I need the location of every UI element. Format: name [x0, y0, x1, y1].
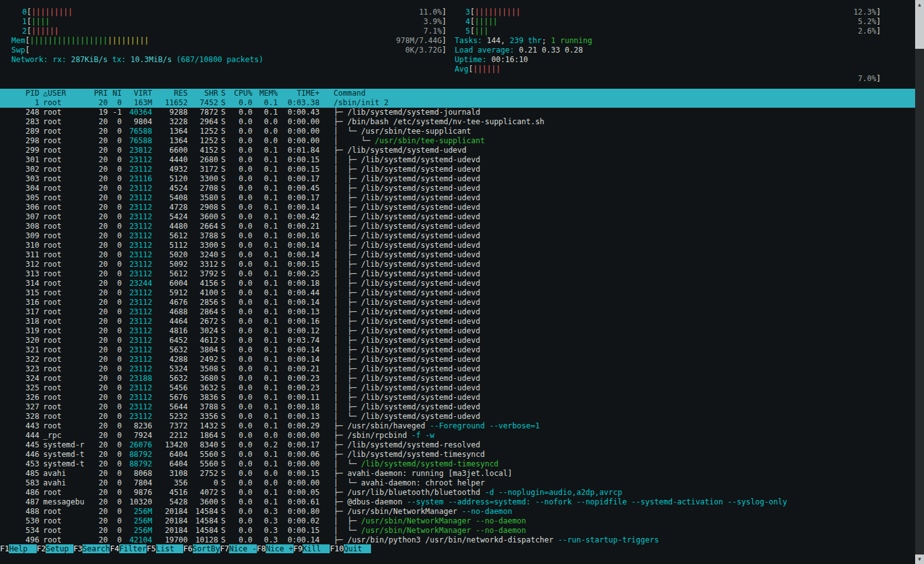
process-row-323[interactable]: 323root2002311253243508S0.00.10:00.21│ ├…: [0, 364, 915, 374]
process-row-486[interactable]: 486root200987645164072S0.00.10:00.05├─ /…: [0, 488, 915, 497]
column-header-pri[interactable]: PRI: [90, 89, 108, 98]
scrollbar-up-icon[interactable]: ▲: [915, 0, 924, 10]
cell-ni: 0: [108, 98, 122, 108]
process-row-583[interactable]: 583avahi20078043560S0.00.00:00.00│ └─ av…: [0, 478, 915, 488]
cell-virt: 23112: [122, 222, 152, 231]
fkey-sortby[interactable]: F6SortBy: [183, 544, 220, 554]
process-row-326[interactable]: 326root2002311256763836S0.00.10:00.11│ ├…: [0, 393, 915, 402]
cell-user: root: [39, 393, 90, 402]
scrollbar-thumb[interactable]: [915, 10, 924, 49]
column-header-mem[interactable]: MEM%: [252, 89, 278, 98]
fkey-label: Nice +: [266, 544, 293, 553]
process-row-289[interactable]: 289root2007658813641252S0.00.00:00.00│ └…: [0, 127, 915, 136]
process-row-314[interactable]: 314root2002324460044156S0.00.10:00.18│ ├…: [0, 279, 915, 288]
scrollbar-down-icon[interactable]: ▼: [915, 554, 924, 564]
process-row-328[interactable]: 328root2002311252323356S0.00.10:00.13│ └…: [0, 412, 915, 421]
process-row-312[interactable]: 312root2002311250923312S0.00.10:00.15│ ├…: [0, 260, 915, 269]
meter-bracket: [: [27, 8, 31, 17]
process-row-309[interactable]: 309root2002311256123788S0.00.10:00.16│ ├…: [0, 231, 915, 241]
process-row-303[interactable]: 303root2002311651203300S0.00.10:00.17│ ├…: [0, 174, 915, 184]
column-header-shr[interactable]: SHR: [188, 89, 218, 98]
fkey-quit[interactable]: F10Quit: [330, 544, 371, 554]
cell-pri: 20: [90, 440, 108, 450]
process-row-313[interactable]: 313root2002311256123792S0.00.10:00.25│ ├…: [0, 269, 915, 279]
cell-virt: 23188: [122, 374, 152, 383]
process-row-325[interactable]: 325root2002311254563632S0.00.10:00.23│ ├…: [0, 383, 915, 393]
process-row-301[interactable]: 301root2002311244402680S0.00.10:00.15│ ├…: [0, 155, 915, 165]
fkey-filter[interactable]: F4Filter: [110, 544, 146, 554]
process-row-322[interactable]: 322root2002311242882492S0.00.10:00.14│ ├…: [0, 355, 915, 364]
process-row-487[interactable]: 487messagebu2001032054283600S0.00.10:00.…: [0, 497, 915, 507]
meter-bar-segment: ||||||: [31, 27, 58, 35]
process-row-307[interactable]: 307root2002311254243600S0.00.10:00.42│ ├…: [0, 212, 915, 222]
fkey-help[interactable]: F1Help: [0, 544, 37, 554]
command-text: avahi-daemon: chroot helper: [361, 478, 485, 487]
meter-bars: ||||||||||||||||||||||||||: [30, 36, 396, 46]
cell-state: S: [218, 117, 228, 127]
process-row-248[interactable]: 248root19-14036492887872S0.00.10:00.43├─…: [0, 108, 915, 117]
process-row-320[interactable]: 320root2002311264524612S0.00.10:03.74│ ├…: [0, 336, 915, 345]
column-header-pid[interactable]: PID: [0, 89, 39, 98]
process-row-315[interactable]: 315root2002311259124100S0.00.10:00.44│ ├…: [0, 288, 915, 298]
cell-state: S: [218, 212, 228, 222]
meter-bracket: [: [470, 8, 474, 17]
process-row-534[interactable]: 534root200256M2018414584S0.00.30:00.15│ …: [0, 526, 915, 535]
process-row-485[interactable]: 485avahi200806831082752S0.00.00:00.15├─ …: [0, 469, 915, 478]
column-header-virt[interactable]: VIRT: [122, 89, 152, 98]
process-row-299[interactable]: 299root2002381266004152S0.00.10:01.84├─ …: [0, 146, 915, 155]
fkey-nice-[interactable]: F7Nice -: [220, 544, 257, 554]
cell-state: S: [218, 165, 228, 174]
meter-bars: ||||||: [473, 65, 881, 74]
cell-ni: 0: [108, 317, 122, 326]
process-row-446[interactable]: 446systemd-t2008879264045560S0.00.10:00.…: [0, 450, 915, 459]
fkey-setup[interactable]: F2Setup: [37, 544, 74, 554]
process-row-319[interactable]: 319root2002311248163024S0.00.10:00.12│ ├…: [0, 326, 915, 336]
process-row-304[interactable]: 304root2002311245242708S0.00.10:00.45│ ├…: [0, 184, 915, 193]
column-header-command[interactable]: Command: [320, 89, 915, 98]
process-row-308[interactable]: 308root2002311244802664S0.00.10:00.21│ ├…: [0, 222, 915, 231]
process-row-453[interactable]: 453systemd-t2008879264045560S0.00.10:00.…: [0, 459, 915, 469]
scrollbar[interactable]: ▲ ▼: [915, 0, 924, 564]
column-header-cpu[interactable]: CPU%: [228, 89, 252, 98]
column-header-ni[interactable]: NI: [108, 89, 122, 98]
process-row-310[interactable]: 310root2002311251123300S0.00.10:00.14│ ├…: [0, 241, 915, 250]
cell-user: root: [39, 507, 90, 516]
process-row-496[interactable]: 496root200421041970010128S0.00.30:00.14├…: [0, 535, 915, 545]
fkey-search[interactable]: F3Search: [74, 544, 110, 554]
fkey-label: Help: [9, 544, 36, 553]
meter-bar-segment: |||: [474, 27, 488, 35]
process-row-316[interactable]: 316root2002311246762856S0.00.10:00.14│ ├…: [0, 298, 915, 307]
cell-pri: 20: [90, 298, 108, 307]
cell-user: root: [39, 317, 90, 326]
process-row-298[interactable]: 298root2007658813641252S0.00.00:00.00│ └…: [0, 136, 915, 146]
process-row-445[interactable]: 445systemd-r20026076134208340S0.00.20:00…: [0, 440, 915, 450]
process-row-1[interactable]: 1root200163M116527452S0.00.10:03.38/sbin…: [0, 98, 915, 108]
fkey-nice-[interactable]: F8Nice +: [257, 544, 294, 554]
process-row-444[interactable]: 444_rpc200792422121864S0.00.00:00.00├─ /…: [0, 431, 915, 440]
column-header-user[interactable]: △USER: [39, 89, 90, 98]
process-row-318[interactable]: 318root2002311244642672S0.00.10:00.16│ ├…: [0, 317, 915, 326]
command-text: /lib/systemd/systemd-udevd: [361, 279, 480, 288]
process-row-530[interactable]: 530root200256M2018414584S0.00.30:00.02│ …: [0, 516, 915, 526]
process-row-302[interactable]: 302root2002311249323172S0.00.10:00.15│ ├…: [0, 165, 915, 174]
cell-ni: 0: [108, 269, 122, 279]
process-row-324[interactable]: 324root2002318856323680S0.00.10:00.23│ ├…: [0, 374, 915, 383]
cell-pri: 19: [90, 108, 108, 117]
process-row-321[interactable]: 321root2002311256323804S0.00.10:00.14│ ├…: [0, 345, 915, 355]
process-row-317[interactable]: 317root2002311246882864S0.00.10:00.13│ ├…: [0, 307, 915, 317]
cell-cpu: 0.0: [228, 383, 252, 393]
process-row-305[interactable]: 305root2002311254083580S0.00.10:00.17│ ├…: [0, 193, 915, 203]
column-header-state[interactable]: S: [218, 89, 228, 98]
process-row-311[interactable]: 311root2002311250203240S0.00.10:00.14│ ├…: [0, 250, 915, 260]
process-row-488[interactable]: 488root200256M2018414584S0.00.30:00.80├─…: [0, 507, 915, 516]
column-header-time[interactable]: TIME+: [278, 89, 320, 98]
process-row-443[interactable]: 443root200823673721432S0.00.10:00.29├─ /…: [0, 421, 915, 431]
fkey-list[interactable]: F5List: [146, 544, 183, 554]
process-row-283[interactable]: 283root200980432282964S0.00.00:00.00├─ /…: [0, 117, 915, 127]
process-row-327[interactable]: 327root2002311256443788S0.00.10:00.18│ ├…: [0, 402, 915, 412]
cell-pid: 313: [0, 269, 39, 279]
column-header-res[interactable]: RES: [152, 89, 188, 98]
fkey-kill[interactable]: F9Kill: [294, 544, 330, 554]
cell-res: 6004: [152, 279, 188, 288]
process-row-306[interactable]: 306root2002311247282908S0.00.10:00.14│ ├…: [0, 203, 915, 212]
